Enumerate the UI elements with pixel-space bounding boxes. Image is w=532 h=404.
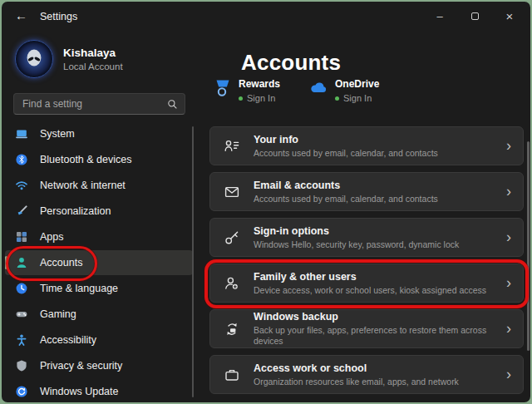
sidebar-item-time-language[interactable]: Time & language <box>5 276 193 301</box>
network-wifi-icon <box>15 179 28 192</box>
chevron-right-icon: › <box>506 184 511 200</box>
accounts-person-icon <box>15 256 28 269</box>
briefcase-icon <box>224 367 240 383</box>
user-name: Kishalaya <box>63 47 123 61</box>
card-email-accounts[interactable]: Email & accounts Accounts used by email,… <box>209 172 524 211</box>
page-title: Accounts <box>241 50 341 76</box>
sidebar-scrollbar[interactable] <box>192 126 194 397</box>
window-title: Settings <box>40 11 77 22</box>
card-title: Access work or school <box>254 362 459 375</box>
card-your-info[interactable]: Your info Accounts used by email, calend… <box>209 126 524 165</box>
window-controls: – × <box>422 2 527 30</box>
sidebar-item-accounts[interactable]: Accounts <box>5 250 193 275</box>
chevron-right-icon: › <box>506 321 511 337</box>
gamepad-icon <box>15 308 28 321</box>
backup-sync-icon <box>224 321 240 337</box>
onedrive-promo[interactable]: OneDrive Sign In <box>308 79 379 103</box>
card-title: Sign-in options <box>254 225 459 238</box>
alien-head-icon <box>22 47 47 71</box>
card-family-other-users[interactable]: Family & other users Device access, work… <box>209 264 524 303</box>
sidebar-item-label: Time & language <box>40 283 118 294</box>
card-access-work-school[interactable]: Access work or school Organization resou… <box>209 355 524 394</box>
sign-in-dot <box>335 96 339 101</box>
minimize-button[interactable]: – <box>422 2 457 30</box>
search-icon <box>167 99 178 110</box>
sidebar-item-label: Network & internet <box>40 180 126 191</box>
chevron-right-icon: › <box>506 229 511 246</box>
chevron-right-icon: › <box>506 275 511 292</box>
sidebar-item-label: Bluetooth & devices <box>40 154 132 165</box>
card-title: Family & other users <box>254 271 486 283</box>
bluetooth-icon <box>15 153 28 166</box>
sidebar-item-label: Windows Update <box>40 386 119 397</box>
selected-indicator <box>5 256 7 269</box>
card-title: Windows backup <box>254 311 506 323</box>
screenshot-root: ← Settings – × Kishalaya Local Account <box>0 0 532 404</box>
promo-label: OneDrive <box>335 79 379 90</box>
avatar <box>15 40 53 78</box>
update-icon <box>15 385 28 398</box>
sidebar-item-system[interactable]: System <box>5 121 193 146</box>
sidebar-item-label: Accounts <box>40 257 82 269</box>
sidebar-item-label: Apps <box>40 231 64 243</box>
card-windows-backup[interactable]: Windows backup Back up your files, apps,… <box>209 309 524 348</box>
sidebar-item-label: Privacy & security <box>40 360 122 372</box>
card-subtitle: Windows Hello, security key, password, d… <box>254 239 459 250</box>
sidebar-item-network-internet[interactable]: Network & internet <box>5 173 193 198</box>
sidebar-item-label: Accessibility <box>40 334 96 346</box>
promo-label: Rewards <box>239 79 280 90</box>
sidebar-item-accessibility[interactable]: Accessibility <box>5 328 193 352</box>
rewards-promo[interactable]: Rewards Sign In <box>214 79 280 103</box>
card-subtitle: Accounts used by email, calendar, and co… <box>254 194 438 204</box>
apps-grid-icon <box>15 230 28 244</box>
sidebar-item-label: Personalization <box>40 205 111 217</box>
sidebar-item-personalization[interactable]: Personalization <box>5 199 193 224</box>
sidebar-item-apps[interactable]: Apps <box>5 224 193 249</box>
onedrive-icon <box>308 79 328 96</box>
title-bar: ← Settings – × <box>2 2 530 32</box>
sign-in-link[interactable]: Sign In <box>343 93 372 103</box>
card-title: Your info <box>254 134 438 146</box>
card-subtitle: Back up your files, apps, preferences to… <box>254 325 506 346</box>
account-type: Local Account <box>63 62 123 71</box>
search-input[interactable] <box>22 98 167 110</box>
user-profile[interactable]: Kishalaya Local Account <box>15 40 123 78</box>
card-sign-in-options[interactable]: Sign-in options Windows Hello, security … <box>209 218 524 257</box>
sidebar-item-windows-update[interactable]: Windows Update <box>5 379 193 404</box>
sidebar-nav: System Bluetooth & devices Network & int… <box>5 121 193 404</box>
maximize-button[interactable] <box>457 2 492 30</box>
card-subtitle: Device access, work or school users, kio… <box>254 285 486 296</box>
key-icon <box>224 229 240 246</box>
sidebar-item-privacy-security[interactable]: Privacy & security <box>5 353 193 378</box>
sidebar-item-label: System <box>40 128 75 140</box>
card-subtitle: Organization resources like email, apps,… <box>254 377 459 387</box>
accessibility-person-icon <box>15 333 28 347</box>
maximize-icon <box>471 12 479 20</box>
search-box[interactable] <box>13 93 185 115</box>
chevron-right-icon: › <box>506 138 511 155</box>
card-title: Email & accounts <box>254 180 438 192</box>
content-scrollbar[interactable] <box>527 141 530 351</box>
sign-in-link[interactable]: Sign In <box>247 93 275 103</box>
email-icon <box>224 184 240 200</box>
chevron-right-icon: › <box>506 367 511 383</box>
sidebar-item-bluetooth-devices[interactable]: Bluetooth & devices <box>5 147 193 172</box>
settings-window: ← Settings – × Kishalaya Local Account <box>0 0 532 404</box>
card-subtitle: Accounts used by email, calendar, and co… <box>254 148 438 159</box>
system-icon <box>15 127 28 140</box>
rewards-icon <box>214 79 231 97</box>
sign-in-dot <box>239 96 243 101</box>
close-button[interactable]: × <box>492 2 527 30</box>
family-add-user-icon <box>224 275 240 292</box>
your-info-icon <box>224 138 240 155</box>
back-icon[interactable]: ← <box>15 8 27 22</box>
settings-card-list: Your info Accounts used by email, calend… <box>209 126 524 401</box>
sidebar-item-label: Gaming <box>40 308 76 320</box>
sidebar-item-gaming[interactable]: Gaming <box>5 302 193 327</box>
shield-icon <box>15 359 28 372</box>
clock-icon <box>15 282 28 295</box>
brush-icon <box>15 204 28 218</box>
